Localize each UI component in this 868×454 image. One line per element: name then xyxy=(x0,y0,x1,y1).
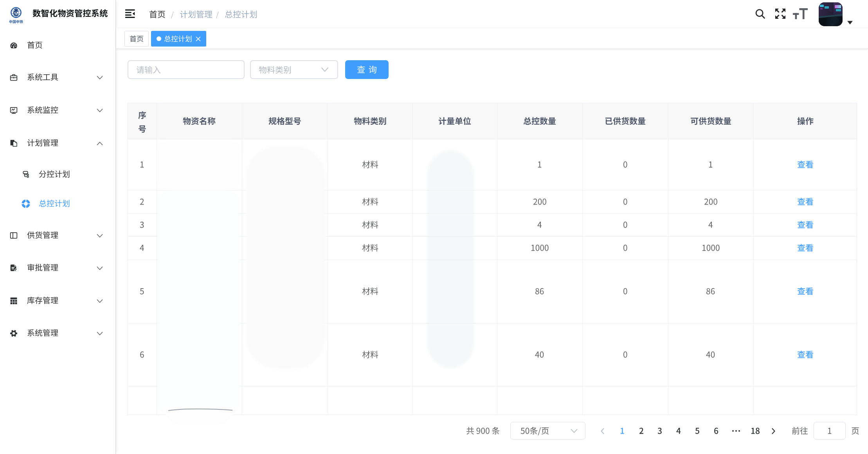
svg-text:REC: REC xyxy=(14,13,18,16)
